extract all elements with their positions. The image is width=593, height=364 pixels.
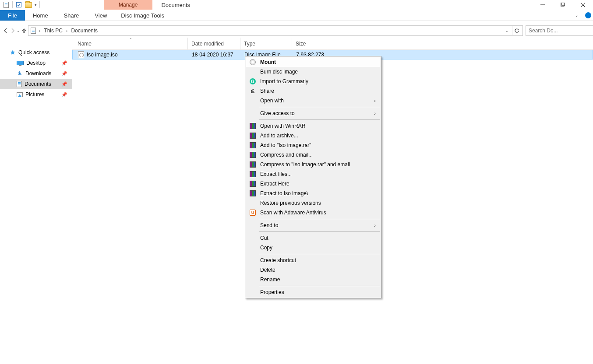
menu-compress-email[interactable]: Compress and email... bbox=[246, 150, 380, 160]
context-menu: Mount Burn disc image G Import to Gramma… bbox=[245, 56, 381, 298]
window-title: Documents bbox=[161, 0, 190, 10]
menu-add-rar[interactable]: Add to "Iso image.rar" bbox=[246, 140, 380, 150]
folder-qat-icon[interactable] bbox=[25, 1, 32, 8]
minimize-button[interactable] bbox=[533, 0, 553, 10]
home-tab[interactable]: Home bbox=[25, 10, 56, 21]
menu-separator bbox=[259, 107, 380, 107]
menu-send-to[interactable]: Send to › bbox=[246, 220, 380, 230]
pin-icon: 📌 bbox=[61, 60, 67, 66]
menu-mount[interactable]: Mount bbox=[246, 57, 380, 67]
menu-import-grammarly[interactable]: G Import to Grammarly bbox=[246, 77, 380, 86]
menu-share[interactable]: Share bbox=[246, 86, 380, 96]
menu-separator bbox=[259, 219, 380, 219]
menu-burn-disc-image[interactable]: Burn disc image bbox=[246, 67, 380, 77]
menu-give-access-to[interactable]: Give access to › bbox=[246, 108, 380, 118]
menu-adaware-scan[interactable]: UScan with Adaware Antivirus bbox=[246, 208, 380, 217]
sidebar-item-label: Pictures bbox=[25, 91, 44, 98]
share-tab[interactable]: Share bbox=[56, 10, 87, 21]
menu-extract-to[interactable]: Extract to Iso image\ bbox=[246, 189, 380, 198]
winrar-icon bbox=[249, 132, 256, 139]
pictures-icon bbox=[17, 92, 23, 97]
sidebar-item-documents[interactable]: Documents 📌 bbox=[0, 79, 72, 89]
menu-compress-rar-email[interactable]: Compress to "Iso image.rar" and email bbox=[246, 160, 380, 169]
sidebar-item-label: Documents bbox=[25, 81, 51, 87]
refresh-button[interactable] bbox=[512, 26, 521, 35]
address-history-button[interactable]: ⌄ bbox=[504, 29, 510, 33]
winrar-icon bbox=[249, 122, 256, 130]
star-icon bbox=[10, 49, 16, 56]
menu-properties[interactable]: Properties bbox=[246, 287, 380, 297]
winrar-icon bbox=[249, 180, 256, 187]
maximize-button[interactable] bbox=[553, 0, 573, 10]
file-tab[interactable]: File bbox=[0, 10, 25, 21]
chevron-right-icon[interactable]: › bbox=[65, 28, 68, 33]
properties-qat-icon[interactable] bbox=[15, 1, 22, 8]
menu-open-winrar[interactable]: Open with WinRAR bbox=[246, 121, 380, 131]
navigation-pane: Quick access Desktop 📌 Downloads 📌 Docum… bbox=[0, 38, 72, 364]
ribbon-expand-button[interactable]: ⌄ bbox=[570, 10, 583, 21]
contextual-tab-group: Manage bbox=[104, 0, 152, 10]
file-date: 18-04-2020 16:37 bbox=[188, 52, 241, 58]
back-button[interactable] bbox=[3, 25, 9, 36]
winrar-icon bbox=[249, 142, 256, 149]
address-bar[interactable]: › This PC › Documents ⌄ bbox=[28, 25, 523, 36]
winrar-icon bbox=[249, 190, 256, 197]
app-icon bbox=[3, 1, 10, 8]
search-input[interactable] bbox=[529, 28, 593, 34]
column-headers: Name⌃ Date modified Type Size bbox=[72, 38, 593, 50]
menu-create-shortcut[interactable]: Create shortcut bbox=[246, 256, 380, 265]
disc-image-tools-tab[interactable]: Disc Image Tools bbox=[115, 10, 170, 21]
help-icon[interactable] bbox=[585, 12, 591, 18]
menu-restore-versions[interactable]: Restore previous versions bbox=[246, 198, 380, 208]
column-header-size[interactable]: Size bbox=[292, 38, 327, 49]
disc-icon bbox=[249, 59, 256, 66]
chevron-right-icon: › bbox=[374, 111, 376, 116]
menu-delete[interactable]: Delete bbox=[246, 265, 380, 275]
view-tab[interactable]: View bbox=[87, 10, 115, 21]
breadcrumb-this-pc[interactable]: This PC bbox=[42, 26, 64, 35]
pin-icon: 📌 bbox=[61, 71, 67, 77]
menu-extract-here[interactable]: Extract Here bbox=[246, 179, 380, 189]
chevron-right-icon: › bbox=[374, 223, 376, 228]
pin-icon: 📌 bbox=[61, 81, 67, 87]
column-header-type[interactable]: Type bbox=[240, 38, 292, 49]
downloads-icon bbox=[17, 70, 23, 77]
column-header-name[interactable]: Name⌃ bbox=[78, 38, 188, 49]
grammarly-icon: G bbox=[249, 78, 256, 85]
sidebar-quick-access[interactable]: Quick access bbox=[0, 47, 72, 58]
manage-context-tab[interactable]: Manage bbox=[104, 0, 152, 10]
column-header-date[interactable]: Date modified bbox=[188, 38, 240, 49]
share-icon bbox=[249, 88, 256, 94]
quick-access-toolbar: ▾ bbox=[0, 0, 42, 10]
chevron-right-icon: › bbox=[374, 98, 376, 103]
iso-file-icon bbox=[78, 51, 84, 58]
separator bbox=[39, 1, 40, 8]
adaware-icon: U bbox=[249, 209, 256, 216]
search-box[interactable] bbox=[526, 25, 593, 36]
qat-customize-icon[interactable]: ▾ bbox=[35, 3, 37, 7]
close-button[interactable] bbox=[573, 0, 593, 10]
winrar-icon bbox=[249, 171, 256, 178]
menu-cut[interactable]: Cut bbox=[246, 233, 380, 243]
menu-separator bbox=[259, 254, 380, 254]
file-name: Iso image.iso bbox=[87, 52, 118, 58]
sidebar-item-pictures[interactable]: Pictures 📌 bbox=[0, 89, 72, 100]
navigation-bar: ⌄ › This PC › Documents ⌄ bbox=[0, 24, 593, 38]
menu-rename[interactable]: Rename bbox=[246, 275, 380, 284]
menu-extract-files[interactable]: Extract files... bbox=[246, 169, 380, 179]
chevron-right-icon[interactable]: › bbox=[38, 28, 41, 33]
separator bbox=[12, 1, 13, 8]
menu-separator bbox=[259, 231, 380, 232]
menu-add-archive[interactable]: Add to archive... bbox=[246, 131, 380, 140]
menu-copy[interactable]: Copy bbox=[246, 243, 380, 252]
menu-open-with[interactable]: Open with › bbox=[246, 96, 380, 105]
winrar-icon bbox=[249, 161, 256, 168]
sidebar-item-desktop[interactable]: Desktop 📌 bbox=[0, 58, 72, 68]
forward-button[interactable] bbox=[10, 25, 16, 36]
sidebar-item-downloads[interactable]: Downloads 📌 bbox=[0, 68, 72, 79]
location-icon bbox=[29, 27, 37, 35]
recent-locations-button[interactable]: ⌄ bbox=[17, 25, 20, 36]
breadcrumb-documents[interactable]: Documents bbox=[69, 26, 99, 35]
window-controls bbox=[533, 0, 593, 10]
up-button[interactable] bbox=[21, 25, 27, 36]
